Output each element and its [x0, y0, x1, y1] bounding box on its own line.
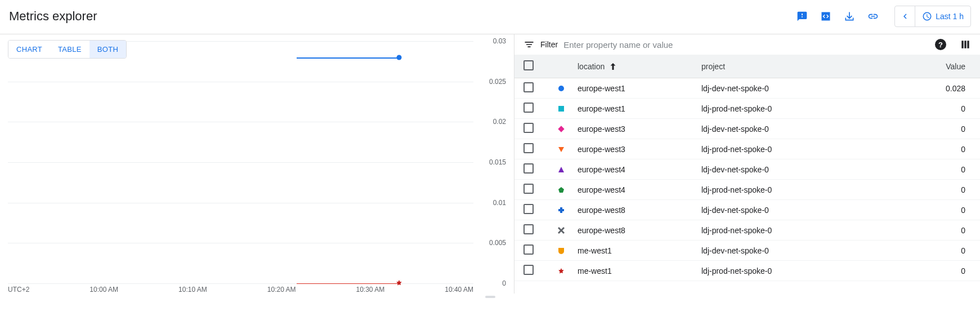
svg-point-0: [558, 86, 564, 91]
table-row[interactable]: europe-west4ldj-prod-net-spoke-00: [514, 180, 980, 200]
filter-icon: [523, 39, 535, 50]
row-checkbox[interactable]: [523, 224, 534, 234]
cell-location: europe-west1: [578, 84, 701, 93]
resize-handle[interactable]: [484, 296, 497, 299]
cell-location: me-west1: [578, 246, 701, 255]
svg-rect-2: [558, 126, 564, 132]
tab-both[interactable]: BOTH: [90, 41, 126, 58]
cell-value: 0: [903, 266, 971, 275]
time-range-selector[interactable]: Last 1 h: [915, 6, 970, 26]
sort-asc-icon: [608, 61, 618, 72]
cell-value: 0: [903, 246, 971, 255]
clock-icon: [922, 11, 932, 21]
feedback-icon[interactable]: [795, 10, 809, 23]
header-value[interactable]: Value: [903, 62, 971, 71]
table-row[interactable]: europe-west4ldj-dev-net-spoke-00: [514, 159, 980, 180]
cell-project: ldj-prod-net-spoke-0: [701, 185, 903, 194]
cell-value: 0: [903, 125, 971, 134]
table-row[interactable]: me-west1ldj-dev-net-spoke-00: [514, 241, 980, 261]
row-checkbox[interactable]: [523, 184, 534, 194]
series-marker-icon: [545, 126, 578, 132]
table-row[interactable]: europe-west3ldj-prod-net-spoke-00: [514, 139, 980, 159]
series-marker-icon: [545, 85, 578, 92]
svg-rect-1: [558, 106, 564, 112]
series-marker-icon: [545, 207, 578, 214]
cell-project: ldj-prod-net-spoke-0: [701, 145, 903, 154]
cell-project: ldj-dev-net-spoke-0: [701, 125, 903, 134]
cell-location: europe-west8: [578, 226, 701, 235]
row-checkbox[interactable]: [523, 143, 534, 153]
y-tick: 0.01: [493, 199, 506, 207]
filter-input[interactable]: [563, 40, 929, 50]
tab-chart[interactable]: CHART: [8, 41, 50, 58]
cell-value: 0: [903, 226, 971, 235]
header-location[interactable]: location: [578, 61, 701, 72]
table-row[interactable]: europe-west8ldj-prod-net-spoke-00: [514, 220, 980, 241]
series-marker-icon: [545, 146, 578, 153]
tab-table[interactable]: TABLE: [50, 41, 90, 58]
link-icon[interactable]: [866, 10, 880, 23]
table-row[interactable]: europe-west3ldj-dev-net-spoke-00: [514, 119, 980, 139]
y-tick: 0.015: [489, 158, 506, 166]
row-checkbox[interactable]: [523, 163, 534, 174]
download-icon[interactable]: [843, 10, 856, 23]
cell-project: ldj-dev-net-spoke-0: [701, 246, 903, 255]
cell-value: 0: [903, 104, 971, 113]
cell-location: europe-west3: [578, 145, 701, 154]
help-icon[interactable]: ?: [935, 39, 946, 50]
table-row[interactable]: europe-west1ldj-prod-net-spoke-00: [514, 99, 980, 119]
cell-location: europe-west3: [578, 125, 701, 134]
chart[interactable]: 0.03 0.025 0.02 0.015 0.01 0.005 0 UTC+2…: [8, 41, 473, 283]
x-tick: 10:10 AM: [178, 286, 207, 294]
row-checkbox[interactable]: [523, 123, 534, 133]
table-row[interactable]: europe-west8ldj-dev-net-spoke-00: [514, 200, 980, 220]
series-marker-icon: [545, 268, 578, 274]
cell-value: 0: [903, 145, 971, 154]
table-row[interactable]: europe-west1ldj-dev-net-spoke-00.028: [514, 78, 980, 99]
cell-location: europe-west4: [578, 185, 701, 194]
time-range-prev-button[interactable]: [895, 6, 915, 26]
page-title: Metrics explorer: [9, 9, 97, 24]
cell-value: 0: [903, 165, 971, 174]
series-marker-icon: [545, 247, 578, 254]
x-tick: 10:20 AM: [267, 286, 296, 294]
y-tick: 0.03: [493, 37, 506, 45]
cell-project: ldj-prod-net-spoke-0: [701, 226, 903, 235]
cell-value: 0.028: [903, 84, 971, 93]
row-checkbox[interactable]: [523, 82, 534, 92]
cell-location: europe-west4: [578, 165, 701, 174]
chart-series-blue: [297, 57, 399, 59]
columns-icon[interactable]: [960, 39, 971, 50]
series-marker-icon: [545, 166, 578, 173]
y-tick: 0.005: [489, 239, 506, 247]
cell-project: ldj-dev-net-spoke-0: [701, 165, 903, 174]
x-tick: 10:40 AM: [445, 286, 473, 294]
select-all-checkbox[interactable]: [523, 60, 534, 70]
table-row[interactable]: me-west1ldj-prod-net-spoke-00: [514, 261, 980, 281]
time-range-label: Last 1 h: [936, 12, 964, 21]
series-marker-icon: [545, 105, 578, 112]
cell-value: 0: [903, 185, 971, 194]
row-checkbox[interactable]: [523, 265, 534, 275]
cell-project: ldj-dev-net-spoke-0: [701, 206, 903, 215]
cell-project: ldj-prod-net-spoke-0: [701, 104, 903, 113]
chart-point-blue: [396, 55, 401, 60]
row-checkbox[interactable]: [523, 103, 534, 113]
code-icon[interactable]: [819, 10, 833, 23]
x-tick: 10:00 AM: [90, 286, 118, 294]
series-marker-icon: [545, 227, 578, 234]
y-tick: 0.02: [493, 118, 506, 126]
chart-series-red: [297, 283, 399, 284]
row-checkbox[interactable]: [523, 204, 534, 214]
y-tick: 0: [502, 279, 506, 287]
cell-location: me-west1: [578, 266, 701, 275]
cell-location: europe-west1: [578, 104, 701, 113]
filter-label: Filter: [540, 40, 558, 49]
cell-project: ldj-prod-net-spoke-0: [701, 266, 903, 275]
row-checkbox[interactable]: [523, 244, 534, 255]
cell-value: 0: [903, 206, 971, 215]
cell-project: ldj-dev-net-spoke-0: [701, 84, 903, 93]
x-tick: 10:30 AM: [356, 286, 385, 294]
header-project[interactable]: project: [701, 62, 903, 71]
x-tick: UTC+2: [8, 286, 29, 294]
